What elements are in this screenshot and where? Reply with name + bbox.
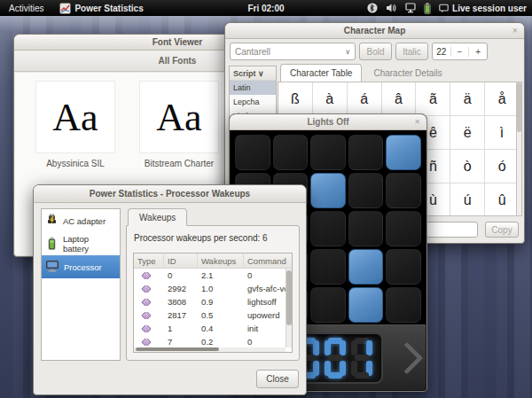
light-tile-off[interactable] <box>386 211 421 246</box>
power-statistics-window: Power Statistics - Processor Wakeups AC … <box>33 184 307 395</box>
close-button[interactable]: Close <box>256 370 299 388</box>
font-family-combobox[interactable]: Cantarell ∨ <box>230 43 356 60</box>
light-tile-off[interactable] <box>310 211 346 246</box>
column-header-id[interactable]: ID <box>164 254 198 268</box>
wakeups-table-row[interactable]: 02.10 <box>134 269 292 282</box>
wakeups-summary: Processor wakeups per second: 6 <box>127 226 299 248</box>
font-tile[interactable]: Aa Bitstream Charter <box>139 81 219 168</box>
power-statistics-titlebar[interactable]: Power Statistics - Processor Wakeups <box>34 185 306 203</box>
chevron-right-icon[interactable] <box>391 341 424 374</box>
wakeups-table-row[interactable]: 70.20 <box>134 335 292 348</box>
character-map-titlebar[interactable]: Character Map × <box>225 23 524 39</box>
app-menu[interactable]: Power Statistics <box>59 3 143 14</box>
light-tile-off[interactable] <box>386 173 421 208</box>
column-header-type[interactable]: Type <box>134 254 164 268</box>
volume-icon[interactable] <box>386 3 397 13</box>
close-icon[interactable]: × <box>512 25 518 35</box>
tab-character-details[interactable]: Character Details <box>364 64 451 82</box>
light-tile-on[interactable] <box>348 287 384 323</box>
device-item-laptop-battery[interactable]: Laptop battery <box>42 232 120 255</box>
character-cell[interactable]: â <box>382 82 417 116</box>
light-tile-on[interactable] <box>310 173 346 208</box>
tab-character-table[interactable]: Character Table <box>280 64 362 82</box>
process-type-cell <box>134 325 164 332</box>
wakeups-panel: Processor wakeups per second: 6 Type ID … <box>126 225 300 361</box>
scrollbar-thumb[interactable] <box>286 270 292 325</box>
character-cell[interactable]: á <box>348 82 382 116</box>
script-item[interactable]: Latin <box>230 81 276 95</box>
led-segment <box>325 361 331 376</box>
device-label: AC adapter <box>63 216 106 226</box>
character-cell[interactable]: ã <box>416 82 450 116</box>
italic-button[interactable]: Italic <box>395 43 428 60</box>
light-tile-off[interactable] <box>235 135 270 170</box>
scrollbar-thumb[interactable] <box>136 347 219 351</box>
character-cell[interactable]: û <box>485 183 520 216</box>
process-command-cell: lightsoff <box>244 297 292 307</box>
light-tile-off[interactable] <box>386 287 421 323</box>
device-item-ac-adapter[interactable]: AC adapter <box>42 209 120 232</box>
wakeups-table-row[interactable]: 38080.9lightsoff <box>134 295 292 308</box>
wakeups-hscrollbar[interactable] <box>134 347 286 352</box>
light-tile-off[interactable] <box>386 249 421 285</box>
light-tile-off[interactable] <box>348 135 384 170</box>
character-table-scrollbar[interactable] <box>516 82 522 216</box>
bluetooth-icon[interactable] <box>367 3 378 13</box>
character-cell[interactable]: ë <box>450 116 485 150</box>
tile-row <box>235 135 421 170</box>
bold-button[interactable]: Bold <box>359 43 392 60</box>
light-tile-off[interactable] <box>310 249 346 285</box>
size-increase-button[interactable]: + <box>468 47 487 57</box>
process-wakeups-cell: 0.2 <box>198 337 244 347</box>
light-tile-off[interactable] <box>273 135 309 170</box>
process-id-cell: 7 <box>164 337 198 347</box>
battery-icon[interactable] <box>424 3 431 14</box>
character-cell[interactable]: ä <box>450 82 485 116</box>
display-icon[interactable] <box>405 3 416 13</box>
light-tile-on[interactable] <box>348 249 384 285</box>
process-id-cell: 2992 <box>164 284 198 293</box>
led-segment <box>355 355 369 361</box>
character-cell[interactable]: ò <box>450 150 485 183</box>
character-cell[interactable]: å <box>485 82 520 116</box>
copy-button[interactable]: Copy <box>485 222 519 238</box>
wakeups-table-row[interactable]: 29921.0gvfs-afc-volume-m <box>134 282 292 295</box>
user-menu[interactable]: Live session user <box>439 4 527 13</box>
font-tile[interactable]: Aa Abyssinica SIL <box>35 81 115 168</box>
process-type-cell <box>134 312 164 319</box>
script-column-header[interactable]: Script ∨ <box>230 66 276 81</box>
wakeups-table-row[interactable]: 10.4init <box>134 322 292 335</box>
light-tile-off[interactable] <box>310 287 346 323</box>
close-icon[interactable]: × <box>415 116 420 127</box>
light-tile-off[interactable] <box>310 135 346 170</box>
column-header-command[interactable]: Command <box>244 254 292 268</box>
character-cell[interactable]: ú <box>450 183 485 216</box>
led-segment <box>313 340 319 355</box>
tab-wakeups[interactable]: Wakeups <box>128 208 187 226</box>
script-item[interactable]: Lepcha <box>230 95 276 109</box>
top-bar: Activities Power Statistics Fri 02:00 <box>0 0 532 16</box>
wakeups-vscrollbar[interactable] <box>286 269 292 347</box>
led-segment <box>328 355 342 361</box>
wakeups-table-row[interactable]: 28170.5upowerd <box>134 308 292 322</box>
column-header-wakeups[interactable]: Wakeups <box>198 254 244 268</box>
clock[interactable]: Fri 02:00 <box>247 4 284 13</box>
light-tile-off[interactable] <box>348 173 384 208</box>
device-item-processor[interactable]: Processor <box>42 255 120 278</box>
lights-off-titlebar[interactable]: Lights Off × <box>230 114 426 130</box>
scrollbar-thumb[interactable] <box>517 82 521 132</box>
led-segment <box>325 340 331 355</box>
font-size-value[interactable]: 22 <box>433 47 450 57</box>
character-cell[interactable]: ó <box>485 150 520 183</box>
all-fonts-label: All Fonts <box>159 56 197 66</box>
character-cell[interactable]: à <box>313 82 348 116</box>
size-decrease-button[interactable]: − <box>450 47 469 57</box>
activities-button[interactable]: Activities <box>5 2 47 15</box>
process-wakeups-cell: 0.5 <box>198 310 244 320</box>
light-tile-off[interactable] <box>348 211 384 246</box>
chat-status-icon <box>439 4 449 13</box>
character-cell[interactable]: ß <box>278 82 313 116</box>
process-command-cell: upowerd <box>244 310 292 320</box>
character-cell[interactable]: ì <box>485 116 520 150</box>
light-tile-on[interactable] <box>386 135 421 170</box>
